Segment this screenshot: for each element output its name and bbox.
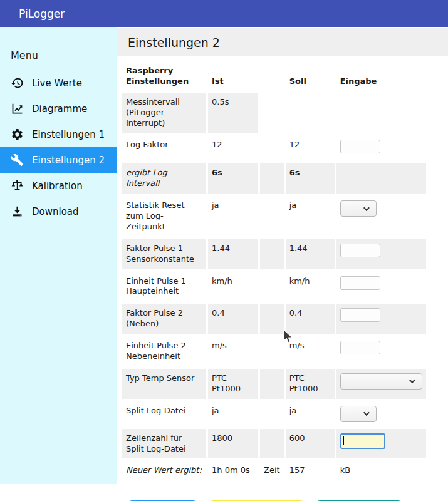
setting-label: Einheit Pulse 1 Haupteinheit (122, 272, 206, 302)
sidebar-item-live-werte[interactable]: Live Werte (0, 70, 117, 96)
ist-value: 0.4 (208, 304, 258, 334)
eingabe-input[interactable] (340, 140, 380, 153)
mid-value (260, 196, 284, 237)
chart-icon (11, 102, 24, 115)
history-icon (11, 76, 24, 90)
eingabe-cell (336, 336, 426, 366)
ist-value: 1800 (208, 429, 258, 459)
mid-value (260, 369, 284, 399)
sidebar-item-diagramme[interactable]: Diagramme (0, 96, 117, 121)
ist-value: PTC Pt1000 (208, 369, 258, 399)
setting-label: Einheit Pulse 2 Nebeneinheit (122, 336, 206, 366)
eingabe-cell (336, 239, 426, 269)
table-row: Neuer Wert ergibt:1h 0m 0sZeit157kB (122, 461, 426, 480)
app-header: PiLogger (0, 0, 448, 27)
sidebar-item-label: Diagramme (32, 103, 87, 115)
sidebar-item-label: Kalibration (32, 180, 83, 192)
chevron-down-icon (363, 205, 370, 211)
mid-value (260, 304, 284, 334)
chevron-down-icon (409, 378, 415, 384)
column-header-raspberry: Raspberry Einstellungen (122, 61, 206, 90)
mid-value (260, 135, 284, 161)
ist-value: m/s (208, 336, 258, 366)
eingabe-select[interactable] (340, 200, 377, 217)
ist-value: 6s (208, 163, 258, 194)
soll-value: ja (286, 196, 335, 237)
page-title: Einstellungen 2 (128, 36, 220, 49)
sidebar-item-kalibration[interactable]: Kalibration (0, 173, 117, 199)
soll-value (286, 93, 335, 133)
mid-value (260, 336, 284, 366)
ist-value: 1h 0m 0s (208, 461, 258, 480)
setting-label: Typ Temp Sensor (122, 369, 206, 399)
mid-value (260, 239, 284, 269)
setting-label: Neuer Wert ergibt: (122, 461, 206, 480)
sidebar-item-label: Live Werte (32, 78, 82, 89)
setting-label: Faktor Pulse 1 Sensorkonstante (122, 239, 206, 269)
soll-value: PTC Pt1000 (286, 369, 335, 399)
eingabe-cell (336, 163, 426, 194)
setting-label: ergibt Log-Intervall (122, 163, 206, 194)
mid-value (260, 163, 284, 194)
eingabe-select[interactable] (340, 373, 422, 390)
mid-value (260, 429, 284, 459)
divider (121, 488, 448, 488)
table-row: Log Faktor1212 (122, 135, 426, 161)
eingabe-input-focused[interactable] (340, 433, 385, 449)
ist-value: ja (208, 401, 258, 426)
eingabe-cell (336, 304, 426, 334)
setting-label: Statistik Reset zum Log-Zeitpunkt (122, 196, 206, 237)
table-row: Statistik Reset zum Log-Zeitpunktjaja (122, 196, 426, 237)
main-content: Einstellungen 2 Raspberry Einstellungen … (117, 27, 448, 501)
table-row: Faktor Pulse 2 (Neben)0.40.4 (122, 304, 426, 334)
table-row: Split Log-Dateijaja (122, 401, 426, 426)
mid-value: Zeit (260, 461, 284, 480)
soll-value: 600 (286, 429, 335, 459)
settings-table: Raspberry Einstellungen Ist Soll Eingabe… (120, 59, 428, 483)
eingabe-cell (336, 369, 426, 399)
eingabe-select[interactable] (340, 406, 377, 422)
sidebar-item-download[interactable]: Download (0, 199, 117, 224)
sidebar: Menu Live WerteDiagrammeEinstellungen 1E… (0, 27, 117, 484)
setting-label: Messintervall (PiLogger Interrupt) (122, 93, 206, 133)
eingabe-cell (336, 135, 426, 161)
soll-value: km/h (286, 272, 335, 302)
mid-value (260, 93, 284, 133)
chevron-down-icon (363, 410, 370, 416)
sidebar-nav: Live WerteDiagrammeEinstellungen 1Einste… (0, 70, 117, 224)
table-row: Typ Temp SensorPTC Pt1000PTC Pt1000 (122, 369, 426, 399)
eingabe-input[interactable] (340, 341, 380, 354)
eingabe-cell (336, 401, 426, 426)
sidebar-item-einstellungen-1[interactable]: Einstellungen 1 (0, 121, 117, 147)
sidebar-item-label: Einstellungen 1 (32, 129, 105, 140)
ist-value: 0.5s (208, 93, 258, 133)
soll-value: 1.44 (286, 239, 335, 269)
eingabe-cell (336, 196, 426, 237)
soll-value: 12 (286, 135, 335, 161)
column-header-soll: Soll (286, 61, 335, 90)
table-row: Zeilenzahl für Split Log-Datei1800600 (122, 429, 426, 459)
sidebar-item-einstellungen-2[interactable]: Einstellungen 2 (0, 147, 117, 173)
sidebar-item-label: Download (32, 206, 79, 217)
eingabe-input[interactable] (340, 244, 380, 257)
scales-icon (11, 179, 24, 192)
table-row: Einheit Pulse 2 Nebeneinheitm/sm/s (122, 336, 426, 366)
table-row: Messintervall (PiLogger Interrupt)0.5s (122, 93, 426, 133)
eingabe-input[interactable] (340, 276, 380, 290)
menu-heading: Menu (11, 49, 117, 61)
ist-value: 1.44 (208, 239, 258, 269)
eingabe-input[interactable] (340, 308, 380, 322)
text-caret (343, 436, 344, 445)
table-header-row: Raspberry Einstellungen Ist Soll Eingabe (122, 61, 426, 90)
column-header-mid (260, 61, 284, 90)
download-icon (11, 205, 24, 218)
wrench-icon (11, 153, 24, 167)
column-header-ist: Ist (208, 61, 258, 90)
eingabe-cell (336, 272, 426, 302)
sidebar-item-label: Einstellungen 2 (32, 155, 105, 166)
setting-label: Faktor Pulse 2 (Neben) (122, 304, 206, 334)
table-row: Faktor Pulse 1 Sensorkonstante1.441.44 (122, 239, 426, 269)
page-title-bar: Einstellungen 2 (117, 28, 448, 56)
gear-icon (11, 128, 24, 141)
ist-value: ja (208, 196, 258, 237)
